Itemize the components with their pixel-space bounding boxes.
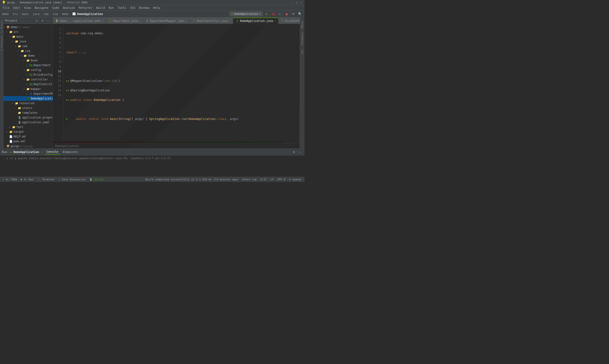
- breadcrumb-demo[interactable]: demo: [2, 12, 9, 16]
- run-button[interactable]: ▶: [264, 12, 269, 17]
- menu-build[interactable]: Build: [95, 6, 107, 10]
- breadcrumb-com[interactable]: com: [43, 12, 49, 16]
- sync-button[interactable]: ⟳: [291, 12, 296, 17]
- breadcrumb-main[interactable]: main: [22, 12, 29, 16]
- tree-item-Department[interactable]: ▸CDepartment: [3, 63, 52, 67]
- stop-button[interactable]: ■: [284, 12, 289, 17]
- breadcrumb-demo2[interactable]: demo: [62, 12, 69, 16]
- event-log[interactable]: Event Log: [241, 178, 258, 181]
- menu-tools[interactable]: Tools: [116, 6, 128, 10]
- editor-tab-5[interactable]: JDruidConfig.ja...✕: [278, 18, 300, 24]
- coverage-button[interactable]: ▷: [277, 12, 283, 17]
- maximize-button[interactable]: □: [295, 1, 298, 4]
- spring-status[interactable]: 🍃 Spring: [88, 178, 104, 181]
- tab-close-2[interactable]: ✕: [186, 20, 187, 22]
- terminal-status[interactable]: ⬛ Terminal: [36, 178, 56, 181]
- tree-item-application.properties[interactable]: 🍃application.properties: [3, 115, 52, 120]
- minimize-button[interactable]: ─: [291, 1, 294, 4]
- line-separator[interactable]: LF: [270, 178, 274, 181]
- tree-item-pom.xml[interactable]: 📄pom.xml: [3, 139, 52, 144]
- tree-arrow-src[interactable]: ▾: [6, 31, 9, 33]
- console-tab[interactable]: Console: [44, 150, 60, 154]
- menu-navigate[interactable]: Navigate: [33, 6, 50, 10]
- menu-window[interactable]: Window: [137, 6, 151, 10]
- tree-item-guigu_module[interactable]: ▸📦guiguD:\guigu: [3, 144, 52, 148]
- tree-arrow-com[interactable]: ▾: [15, 45, 18, 47]
- tree-item-com[interactable]: ▾📁com: [3, 44, 52, 49]
- menu-analyze[interactable]: Analyze: [61, 6, 77, 10]
- tree-item-bean[interactable]: ▾📁bean: [3, 58, 52, 63]
- tree-arrow-Department[interactable]: ▸: [26, 64, 29, 66]
- bookmark-icon-6b[interactable]: ▶: [68, 78, 69, 83]
- run-tab-close[interactable]: ✕: [42, 151, 43, 153]
- tree-item-HELP.md[interactable]: 📄HELP.md: [3, 134, 52, 139]
- tree-item-csq[interactable]: ▾📁csq: [3, 49, 52, 53]
- bookmark-icon-8[interactable]: ▶: [66, 98, 67, 102]
- bookmark-icon-7[interactable]: ▶: [66, 88, 67, 93]
- settings-run-button[interactable]: ⚙: [291, 149, 297, 155]
- tree-item-DruidConfig[interactable]: ▸CDruidConfig: [3, 72, 52, 77]
- tree-item-config[interactable]: ▾📁config: [3, 67, 52, 72]
- encoding[interactable]: UTF-8: [276, 178, 286, 181]
- tree-arrow-java[interactable]: ▾: [12, 40, 15, 43]
- tree-arrow-config[interactable]: ▾: [23, 69, 26, 71]
- tree-arrow-csq[interactable]: ▾: [18, 50, 20, 52]
- tree-arrow-test[interactable]: ▸: [9, 126, 12, 128]
- tree-item-controller[interactable]: ▾📁controller: [3, 77, 52, 82]
- menu-refactor[interactable]: Refactor: [77, 6, 94, 10]
- tab-close-3[interactable]: ✕: [229, 20, 231, 22]
- tree-item-test[interactable]: ▸📁test: [3, 125, 52, 130]
- run-config-dropdown[interactable]: ▶ DemoApplication ▾: [230, 12, 263, 16]
- structure-strip-tab[interactable]: Z-Structure: [0, 35, 3, 52]
- close-button[interactable]: ✕: [299, 1, 303, 4]
- locate-file-button[interactable]: ◎: [34, 18, 39, 23]
- run-icon-10[interactable]: ▶: [66, 117, 68, 121]
- menu-run[interactable]: Run: [107, 6, 116, 10]
- code-text[interactable]: package com.csq.demo; import ...; ▶▶@Map…: [63, 24, 300, 141]
- tree-item-mapper[interactable]: ▾📁mapper: [3, 87, 52, 91]
- settings-button[interactable]: ⚙: [40, 18, 45, 23]
- ant-tab[interactable]: Ant: [300, 47, 304, 56]
- tree-item-java[interactable]: ▾📁java: [3, 39, 52, 44]
- run-status[interactable]: ▶ 4: Run: [20, 178, 35, 181]
- tree-arrow-demo[interactable]: ▾: [3, 26, 6, 28]
- editor-tab-1[interactable]: JDepartment.java✕: [106, 18, 143, 24]
- endpoints-tab[interactable]: Endpoints: [61, 150, 80, 154]
- close-run-button[interactable]: —: [297, 149, 303, 155]
- bookmark-icon-6[interactable]: ▶: [66, 78, 67, 83]
- project-strip-tab[interactable]: 1: Project: [0, 19, 3, 34]
- breadcrumb-src[interactable]: src: [13, 12, 18, 16]
- tree-item-resources[interactable]: ▾📁resources: [3, 101, 52, 106]
- tree-item-DepartmentMapper[interactable]: ▸IDepartmentMapper: [3, 91, 52, 96]
- tab-close-1[interactable]: ✕: [139, 20, 140, 22]
- tree-arrow-DruidConfig[interactable]: ▸: [26, 74, 29, 76]
- tree-arrow-target[interactable]: ▸: [6, 130, 9, 133]
- editor-tab-4[interactable]: JDemoApplication.java✕: [233, 18, 278, 24]
- tree-item-application.yaml[interactable]: 🍃application.yaml: [3, 120, 52, 125]
- tree-arrow-bean[interactable]: ▾: [23, 59, 26, 62]
- editor-content[interactable]: 1 2 3 4 5 6 7 8 9 10 11 12 13 14 15 pack…: [53, 24, 300, 148]
- indent-setting[interactable]: 4 spaces: [288, 178, 303, 181]
- tree-arrow-guigu_module[interactable]: ▸: [3, 145, 6, 147]
- bookmark-icon-7b[interactable]: ▶: [68, 88, 69, 93]
- tree-arrow-resources[interactable]: ▾: [12, 102, 15, 104]
- tab-close-4[interactable]: ✕: [274, 20, 276, 22]
- tree-item-templates[interactable]: 📁templates: [3, 110, 52, 115]
- tree-item-DeptController[interactable]: ▸CDeptController: [3, 82, 52, 87]
- tree-arrow-DeptController[interactable]: ▸: [26, 83, 29, 85]
- tree-item-static[interactable]: 📁static: [3, 106, 52, 110]
- tree-item-target[interactable]: ▸📁target: [3, 130, 52, 134]
- search-everywhere-button[interactable]: 🔍: [297, 12, 303, 17]
- menu-edit[interactable]: Edit: [12, 6, 22, 10]
- menu-view[interactable]: View: [22, 6, 33, 10]
- breadcrumb-current[interactable]: 🅲 DemoApplication: [73, 12, 103, 16]
- tree-item-src[interactable]: ▾📁src: [3, 29, 52, 34]
- java-enterprise-status[interactable]: ☕ Java Enterprise: [58, 178, 86, 181]
- tree-item-demo2[interactable]: ▾📁demo: [3, 53, 52, 58]
- menu-help[interactable]: Help: [152, 6, 162, 10]
- minimize-panel-button[interactable]: —: [45, 18, 51, 23]
- tree-arrow-demo2[interactable]: ▾: [20, 54, 23, 57]
- breadcrumb-java[interactable]: java: [33, 12, 39, 16]
- tree-arrow-main[interactable]: ▾: [9, 36, 12, 38]
- menu-code[interactable]: Code: [51, 6, 61, 10]
